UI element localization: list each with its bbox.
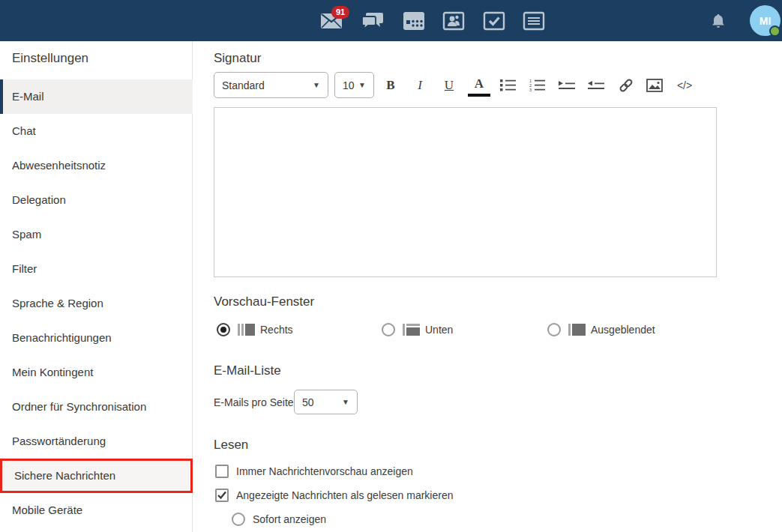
settings-nav: E-Mail Chat Abwesenheitsnotiz Delegation… (0, 79, 193, 528)
app-suite-settings: 91 (0, 0, 782, 532)
topbar: 91 (0, 0, 782, 41)
preview-bottom-option[interactable]: Unten (382, 323, 453, 336)
checkbox-checked (215, 489, 229, 502)
tasks-app-icon[interactable] (483, 10, 505, 31)
underline-button[interactable]: U (438, 72, 460, 98)
calendar-app-icon[interactable] (403, 10, 425, 31)
radio-button (382, 323, 395, 336)
sidebar-item-notifications[interactable]: Benachrichtigungen (0, 321, 193, 355)
preview-right-icon (238, 324, 255, 336)
sidebar-item-filter[interactable]: Filter (0, 252, 193, 286)
indent-decrease-button[interactable] (583, 72, 609, 98)
preview-hidden-option[interactable]: Ausgeblendet (547, 323, 655, 336)
preview-right-option[interactable]: Rechts (217, 323, 293, 336)
signature-textarea[interactable] (214, 107, 717, 277)
emails-per-page-select[interactable]: 50 ▼ (294, 390, 358, 414)
sidebar-title: Einstellungen (12, 51, 88, 66)
sidebar-item-language-region[interactable]: Sprache & Region (0, 286, 193, 321)
email-list-heading: E-Mail-Liste (214, 363, 281, 378)
always-show-preview-checkbox[interactable]: Immer Nachrichtenvorschau anzeigen (215, 465, 413, 478)
sidebar-item-chat[interactable]: Chat (0, 114, 193, 148)
sidebar-item-password-change[interactable]: Passwortänderung (0, 424, 193, 459)
preview-bottom-icon (403, 324, 420, 336)
sidebar-item-spam[interactable]: Spam (0, 217, 193, 252)
unread-count-badge: 91 (331, 6, 349, 19)
per-page-value: 50 (302, 396, 314, 408)
font-size-select[interactable]: 10 ▼ (334, 72, 374, 98)
chat-app-icon[interactable] (361, 10, 384, 31)
settings-sidebar: Einstellungen E-Mail Chat Abwesenheitsno… (0, 41, 193, 532)
unordered-list-button[interactable] (496, 72, 521, 98)
show-immediately-option[interactable]: Sofort anzeigen (232, 513, 326, 526)
bold-button[interactable]: B (379, 72, 402, 98)
chevron-down-icon: ▼ (358, 81, 366, 89)
radio-button (232, 513, 245, 526)
contacts-app-icon[interactable] (442, 10, 465, 31)
sidebar-item-sync-folders[interactable]: Ordner für Synchronisation (0, 390, 193, 424)
notes-app-icon[interactable] (523, 10, 545, 31)
signature-heading: Signatur (214, 51, 261, 66)
sidebar-item-delegation[interactable]: Delegation (0, 183, 193, 217)
checkbox-unchecked (215, 465, 229, 478)
indent-increase-button[interactable] (554, 72, 580, 98)
radio-button (217, 323, 230, 336)
radio-button (547, 323, 561, 336)
insert-image-button[interactable] (642, 72, 667, 98)
per-page-label: E-Mails pro Seite (214, 396, 294, 408)
sidebar-item-secure-messages[interactable]: Sichere Nachrichten (0, 459, 193, 493)
chevron-down-icon: ▼ (313, 81, 320, 89)
presence-indicator (769, 25, 781, 37)
font-size-value: 10 (343, 79, 355, 91)
sidebar-item-vacation-notice[interactable]: Abwesenheitsnotiz (0, 148, 193, 183)
font-family-value: Standard (222, 79, 265, 91)
italic-button[interactable]: I (409, 72, 431, 98)
svg-text:3: 3 (529, 88, 532, 91)
chevron-down-icon: ▼ (342, 398, 349, 406)
sidebar-item-mobile-devices[interactable]: Mobile Geräte (0, 493, 193, 528)
preview-pane-heading: Vorschau-Fenster (214, 294, 314, 309)
source-code-button[interactable]: </> (670, 72, 699, 98)
preview-hidden-icon (568, 324, 586, 336)
sidebar-item-quota[interactable]: Mein Kontingent (0, 355, 193, 390)
ordered-list-button[interactable]: 1 2 3 (525, 72, 550, 98)
text-color-button[interactable]: A (468, 74, 490, 97)
sidebar-item-email[interactable]: E-Mail (0, 79, 193, 114)
settings-content: Signatur Standard ▼ 10 ▼ B I U A 1 2 3 (193, 41, 782, 532)
insert-link-button[interactable] (613, 72, 639, 98)
notifications-bell-icon[interactable] (712, 13, 725, 28)
reading-heading: Lesen (214, 438, 248, 453)
mark-read-checkbox[interactable]: Angezeigte Nachrichten als gelesen marki… (215, 489, 454, 502)
font-family-select[interactable]: Standard ▼ (214, 72, 328, 98)
